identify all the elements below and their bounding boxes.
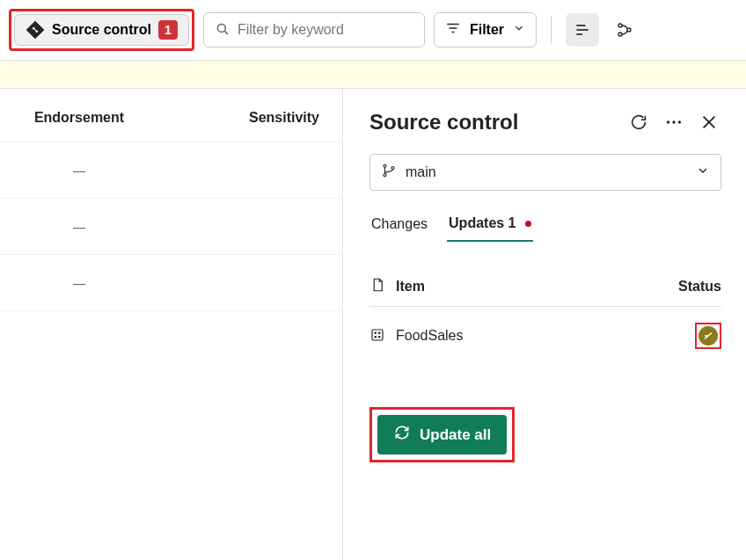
filter-button[interactable]: Filter xyxy=(434,12,537,47)
source-control-button-highlight: Source control 1 xyxy=(9,9,194,51)
svg-point-15 xyxy=(667,120,669,123)
status-icon-highlight xyxy=(695,323,721,349)
item-column-header[interactable]: Item xyxy=(396,279,668,295)
endorsement-header[interactable]: Endorsement xyxy=(0,110,158,126)
source-control-label: Source control xyxy=(52,22,151,38)
notification-bar xyxy=(0,61,746,89)
lineage-view-button[interactable] xyxy=(608,13,641,47)
svg-point-27 xyxy=(379,336,381,338)
svg-point-20 xyxy=(384,164,386,167)
tab-updates[interactable]: Updates 1 xyxy=(447,207,533,242)
list-view-button[interactable] xyxy=(566,13,599,47)
branch-icon xyxy=(381,163,397,182)
panel-title: Source control xyxy=(369,110,616,135)
updates-list-header: Item Status xyxy=(369,266,721,307)
table-row[interactable]: — xyxy=(0,142,342,199)
endorsement-cell: — xyxy=(0,276,158,290)
svg-line-5 xyxy=(224,31,228,34)
sensitivity-header[interactable]: Sensitivity xyxy=(158,110,325,126)
endorsement-cell: — xyxy=(0,164,158,178)
filter-icon xyxy=(445,20,461,40)
toolbar-divider xyxy=(551,16,552,44)
refresh-button[interactable] xyxy=(626,110,651,135)
branch-name: main xyxy=(406,164,687,180)
source-control-count-badge: 1 xyxy=(158,20,178,40)
table-header-row: Endorsement Sensitivity xyxy=(0,89,342,142)
endorsement-cell: — xyxy=(0,220,158,234)
svg-point-16 xyxy=(672,120,675,123)
svg-point-4 xyxy=(217,24,225,32)
update-all-button-highlight: Update all xyxy=(369,407,515,462)
list-item[interactable]: FoodSales xyxy=(369,307,721,365)
branch-selector[interactable]: main xyxy=(369,154,721,191)
svg-rect-23 xyxy=(372,330,383,340)
search-icon xyxy=(215,21,230,40)
tab-changes[interactable]: Changes xyxy=(369,207,429,242)
source-control-panel: Source control main xyxy=(343,89,746,560)
update-all-label: Update all xyxy=(420,426,491,444)
chevron-down-icon xyxy=(696,164,710,181)
panel-tabs: Changes Updates 1 xyxy=(369,207,721,242)
git-diamond-icon xyxy=(26,20,45,40)
svg-point-12 xyxy=(618,24,622,27)
tab-updates-label: Updates 1 xyxy=(449,215,516,230)
filter-label: Filter xyxy=(470,22,504,38)
dataset-icon xyxy=(369,327,385,345)
svg-point-22 xyxy=(391,167,394,170)
search-box[interactable] xyxy=(203,12,425,47)
svg-point-25 xyxy=(379,332,381,334)
update-all-button[interactable]: Update all xyxy=(377,415,507,455)
sync-icon xyxy=(393,424,411,446)
close-button[interactable] xyxy=(697,110,721,135)
source-control-button[interactable]: Source control 1 xyxy=(14,14,189,46)
table-row[interactable]: — xyxy=(0,199,342,255)
svg-point-21 xyxy=(384,174,386,177)
chevron-down-icon xyxy=(513,22,525,38)
table-row[interactable]: — xyxy=(0,255,342,311)
more-options-button[interactable] xyxy=(662,110,686,135)
search-input[interactable] xyxy=(238,22,413,38)
conflict-status-icon xyxy=(698,326,718,345)
status-column-header[interactable]: Status xyxy=(678,279,721,295)
svg-point-24 xyxy=(375,332,377,334)
svg-point-17 xyxy=(678,120,681,123)
svg-point-26 xyxy=(375,336,377,338)
items-table: Endorsement Sensitivity — — — xyxy=(0,89,343,560)
file-icon xyxy=(369,277,385,295)
updates-indicator-dot xyxy=(525,221,531,227)
item-name: FoodSales xyxy=(396,328,684,344)
svg-point-13 xyxy=(618,33,622,36)
